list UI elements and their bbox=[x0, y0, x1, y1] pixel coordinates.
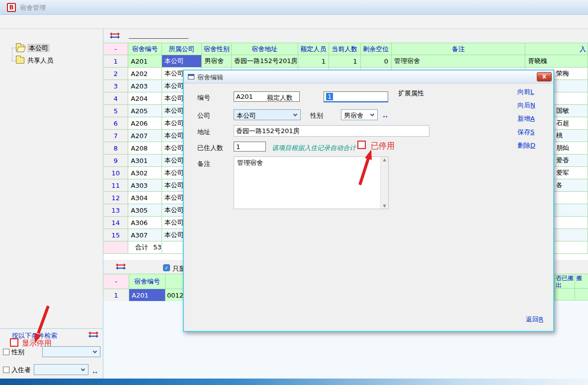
gender-select[interactable]: 男宿舍 bbox=[341, 109, 378, 120]
header-gender[interactable]: 宿舍性别 bbox=[202, 43, 232, 55]
scroll-down-icon[interactable]: ▼ bbox=[381, 204, 388, 208]
gender-filter-checkbox[interactable] bbox=[3, 349, 9, 355]
nav-link-button[interactable]: 向后N bbox=[517, 101, 535, 114]
cell-row-num[interactable]: 7 bbox=[103, 130, 128, 142]
cell-company[interactable]: 本公司 bbox=[162, 55, 202, 68]
cell-row-num[interactable]: 15 bbox=[103, 229, 128, 241]
cell-room-code[interactable]: A302 bbox=[128, 167, 162, 179]
nav-link-button[interactable]: 新增A bbox=[517, 114, 535, 128]
tree-item-shared-staff[interactable]: 共享人员 bbox=[16, 56, 53, 65]
header-current[interactable]: 当前人数 bbox=[329, 43, 360, 55]
mnemonic: N bbox=[530, 101, 535, 109]
note-textarea[interactable]: 管理宿舍 ▲▼ bbox=[234, 156, 389, 209]
cell-room-code[interactable]: A307 bbox=[128, 229, 162, 241]
close-button[interactable]: X bbox=[537, 72, 552, 81]
cell-resident[interactable]: 胥晓槐 bbox=[525, 55, 588, 68]
cell-note[interactable]: 管理宿舍 bbox=[392, 55, 525, 68]
cell-row-num[interactable]: 4 bbox=[103, 92, 128, 105]
cell-room-code[interactable]: A204 bbox=[128, 92, 162, 105]
resident-filter-checkbox[interactable] bbox=[3, 367, 9, 373]
resident-filter-label: 入住者 bbox=[11, 366, 31, 375]
quota-label: 额定人数 bbox=[267, 93, 293, 102]
cell-room-code[interactable]: A202 bbox=[128, 68, 162, 80]
cell-row-num[interactable]: 5 bbox=[103, 105, 128, 117]
cell-room-code[interactable]: A208 bbox=[128, 142, 162, 154]
cell-row-num[interactable]: 1 bbox=[103, 55, 128, 68]
disabled-checkbox[interactable] bbox=[357, 141, 366, 149]
header-free[interactable]: 剩余空位 bbox=[360, 43, 391, 55]
swap-columns-icon[interactable] bbox=[88, 331, 98, 338]
cell-room-code[interactable]: A306 bbox=[128, 217, 162, 229]
cell-row-num[interactable]: 8 bbox=[103, 142, 128, 154]
swap-columns-icon[interactable] bbox=[110, 32, 120, 39]
address-input[interactable]: 香园一路152号201房 bbox=[234, 125, 429, 137]
cell-row-num[interactable]: 3 bbox=[103, 80, 128, 92]
cell-row-num[interactable]: 6 bbox=[103, 117, 128, 130]
note-label: 备注 bbox=[197, 159, 210, 168]
only-show-checkbox[interactable] bbox=[163, 264, 170, 271]
back-button[interactable]: 返回R bbox=[526, 315, 543, 324]
cell-room-code[interactable]: A301 bbox=[128, 154, 162, 167]
scroll-up-icon[interactable]: ▲ bbox=[381, 157, 388, 162]
company-select[interactable]: 本公司 bbox=[234, 109, 301, 120]
cell-room-code[interactable]: A304 bbox=[128, 192, 162, 204]
field-underline bbox=[129, 38, 188, 39]
nav-link-button[interactable]: 删除D bbox=[517, 141, 535, 154]
resident-filter-select[interactable] bbox=[34, 364, 88, 375]
header-company[interactable]: 所属公司 bbox=[162, 43, 202, 55]
swap-columns-icon[interactable] bbox=[116, 263, 126, 270]
quota-input[interactable]: 1 bbox=[324, 91, 388, 102]
cell-free[interactable]: 0 bbox=[360, 55, 391, 68]
gender-lookup-button[interactable]: .. bbox=[383, 111, 388, 119]
cell-move-date[interactable] bbox=[575, 288, 588, 301]
cell-room-code[interactable]: A206 bbox=[128, 117, 162, 130]
tree-item-label: 共享人员 bbox=[27, 57, 53, 64]
cell-row-num[interactable]: 1 bbox=[103, 289, 129, 302]
header-note[interactable]: 备注 bbox=[392, 43, 525, 55]
button-label: 删除 bbox=[517, 142, 530, 149]
cell-room-code[interactable]: A201 bbox=[128, 55, 162, 68]
cell-address[interactable]: 香园一路152号201房 bbox=[231, 55, 298, 68]
header-room-code[interactable]: 宿舍编号 bbox=[129, 274, 166, 289]
cell-room-code[interactable]: A303 bbox=[128, 179, 162, 192]
cell-row-num bbox=[103, 241, 128, 254]
scrollbar[interactable]: ▲▼ bbox=[380, 157, 388, 209]
header-moved-out[interactable]: 否已搬出 bbox=[554, 274, 575, 289]
header-address[interactable]: 宿舍地址 bbox=[231, 43, 298, 55]
cell-row-num[interactable]: 11 bbox=[103, 179, 128, 192]
nav-link-button[interactable]: 向前L bbox=[517, 87, 535, 101]
resident-lookup-button[interactable]: .. bbox=[92, 367, 97, 375]
cell-room-code[interactable]: A201 bbox=[129, 289, 166, 302]
tree-item-company[interactable]: 本公司 bbox=[16, 44, 50, 53]
occupied-input[interactable]: 1 bbox=[234, 142, 266, 152]
cell-gender[interactable]: 男宿舍 bbox=[202, 55, 232, 68]
table-row[interactable]: 1 A201 本公司 男宿舍 香园一路152号201房 1 1 0 管理宿舍 胥… bbox=[103, 55, 588, 68]
cell-row-num[interactable]: 10 bbox=[103, 167, 128, 179]
header-residents[interactable]: 入 bbox=[525, 43, 588, 55]
cell-row-num[interactable]: 13 bbox=[103, 204, 128, 217]
header-row-num[interactable]: - bbox=[103, 43, 128, 55]
header-row-num[interactable]: - bbox=[103, 274, 129, 289]
cell-room-code[interactable]: A207 bbox=[128, 130, 162, 142]
cell-room-code[interactable]: A205 bbox=[128, 105, 162, 117]
cell-row-num[interactable]: 2 bbox=[103, 68, 128, 80]
header-move-date[interactable]: 搬 bbox=[575, 274, 588, 289]
cell-row-num[interactable]: 12 bbox=[103, 192, 128, 204]
header-room-code[interactable]: 宿舍编号 bbox=[128, 43, 162, 55]
button-label: 保存 bbox=[517, 128, 530, 136]
total-value: 53 bbox=[153, 243, 162, 251]
cell-room-code[interactable]: A203 bbox=[128, 80, 162, 92]
show-disabled-checkbox[interactable] bbox=[10, 338, 18, 347]
nav-link-button[interactable]: 保存S bbox=[517, 128, 535, 141]
note-text: 管理宿舍 bbox=[237, 158, 263, 167]
cell-row-num[interactable]: 9 bbox=[103, 154, 128, 167]
cell-quota[interactable]: 1 bbox=[298, 55, 329, 68]
cell-moved-out[interactable] bbox=[554, 288, 575, 301]
cell-total: 合计53 bbox=[128, 241, 162, 254]
header-quota[interactable]: 额定人员 bbox=[298, 43, 329, 55]
gender-filter-select[interactable] bbox=[42, 346, 100, 357]
cell-current[interactable]: 1 bbox=[329, 55, 360, 68]
dialog-titlebar[interactable]: 宿舍编辑 X bbox=[184, 71, 553, 83]
cell-row-num[interactable]: 14 bbox=[103, 217, 128, 229]
cell-room-code[interactable]: A305 bbox=[128, 204, 162, 217]
